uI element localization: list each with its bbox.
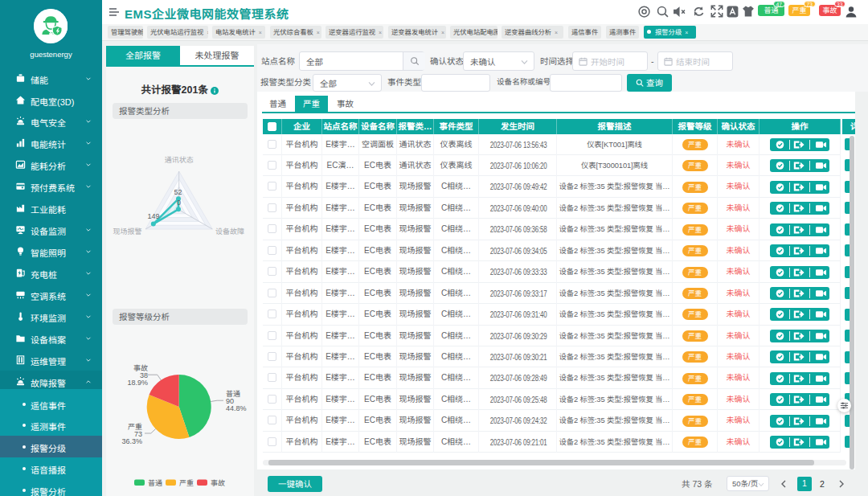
svg-text:36.3%: 36.3% — [121, 437, 142, 445]
svg-text:149: 149 — [147, 212, 159, 220]
svg-text:44.8%: 44.8% — [226, 404, 247, 412]
svg-text:事故: 事故 — [211, 479, 225, 487]
svg-text:设备故障: 设备故障 — [215, 228, 244, 236]
svg-text:52: 52 — [174, 188, 182, 196]
svg-text:严重: 严重 — [179, 479, 194, 487]
svg-text:通讯状态: 通讯状态 — [165, 156, 194, 164]
svg-text:普通: 普通 — [148, 479, 162, 487]
svg-text:0: 0 — [177, 199, 181, 207]
svg-text:18.9%: 18.9% — [127, 379, 148, 387]
svg-text:现场报警: 现场报警 — [113, 228, 142, 236]
